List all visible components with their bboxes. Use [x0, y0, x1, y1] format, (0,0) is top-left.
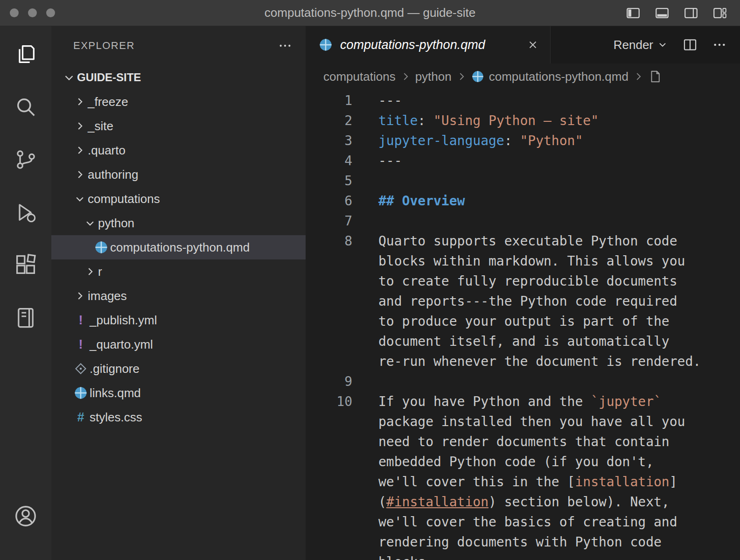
tree-item-authoring[interactable]: authoring: [51, 162, 306, 187]
run-debug-icon: [14, 200, 38, 224]
git-icon: [72, 362, 90, 375]
explorer-title: EXPLORER: [73, 40, 135, 52]
quarto-icon: [72, 386, 90, 400]
yaml-icon: !: [72, 337, 90, 352]
css-icon: #: [72, 410, 90, 425]
chevron-right-icon: [82, 266, 98, 277]
chevron-right-icon: [72, 145, 88, 155]
toggle-primary-sidebar-button[interactable]: [624, 4, 642, 22]
line-number: 7: [306, 211, 352, 231]
code-editor[interactable]: 1 --- 2 title: "Using Python — site" 3 j…: [306, 90, 740, 560]
quarto-icon: [92, 240, 110, 254]
zoom-button[interactable]: [46, 8, 55, 17]
tree-item-gitignore[interactable]: .gitignore: [51, 357, 306, 381]
tree-item-quarto-folder[interactable]: .quarto: [51, 138, 306, 162]
chevron-down-icon: [82, 218, 98, 228]
titlebar: computations-python.qmd — guide-site: [0, 0, 740, 26]
tree-item-links-qmd[interactable]: links.qmd: [51, 381, 306, 405]
split-editor-button[interactable]: [682, 37, 698, 53]
editor-actions: Render: [614, 26, 740, 63]
chevron-right-icon: [72, 97, 88, 107]
explorer-header: EXPLORER: [51, 26, 306, 65]
outline-section-header[interactable]: OUTLINE: [51, 553, 306, 560]
tree-item-site[interactable]: _site: [51, 114, 306, 138]
layout-sidebar-left-icon: [625, 5, 641, 21]
explorer-more-actions-button[interactable]: [278, 38, 293, 53]
chevron-right-icon: [633, 71, 643, 82]
chevron-right-icon: [456, 71, 467, 82]
code-line-6: 6 ## Overview: [306, 191, 740, 211]
layout-customize-icon: [712, 5, 728, 21]
chevron-down-icon: [72, 194, 88, 204]
activitybar-explorer[interactable]: [11, 39, 41, 69]
tree-item-computations[interactable]: computations: [51, 187, 306, 211]
breadcrumb-python[interactable]: python: [415, 70, 452, 84]
breadcrumb-file[interactable]: computations-python.qmd: [489, 70, 628, 84]
tree-item-styles-css[interactable]: # styles.css: [51, 405, 306, 429]
activitybar-notebook[interactable]: [11, 303, 41, 333]
code-line-2: 2 title: "Using Python — site": [306, 111, 740, 131]
quarto-icon: [471, 70, 484, 83]
file-icon: [648, 70, 662, 84]
explorer-sidebar: EXPLORER GUIDE-SITE _freeze _site .quart…: [51, 26, 306, 560]
chevron-down-icon: [657, 39, 668, 50]
notebook-icon: [14, 306, 38, 330]
more-actions-icon: [278, 38, 293, 53]
line-number: 8: [306, 231, 352, 251]
more-actions-icon: [712, 37, 727, 52]
tree-item-python[interactable]: python: [51, 211, 306, 235]
line-number: 5: [306, 171, 352, 191]
line-number: 3: [306, 131, 352, 151]
activitybar-run-debug[interactable]: [11, 197, 41, 227]
line-number: 10: [306, 392, 352, 412]
breadcrumb: computations python computations-python.…: [306, 63, 740, 90]
line-number: 6: [306, 191, 352, 211]
tree-root-guide-site[interactable]: GUIDE-SITE: [51, 65, 306, 90]
toggle-panel-button[interactable]: [653, 4, 671, 22]
toggle-secondary-sidebar-button[interactable]: [682, 4, 700, 22]
code-line-8: 8 Quarto supports executable Python code…: [306, 231, 740, 371]
code-line-4: 4 ---: [306, 151, 740, 171]
render-label: Render: [614, 38, 653, 52]
tree-root-label: GUIDE-SITE: [77, 71, 141, 84]
code-line-5: 5: [306, 171, 740, 191]
close-button[interactable]: [10, 8, 19, 17]
tree-item-freeze[interactable]: _freeze: [51, 90, 306, 114]
tree-item-images[interactable]: images: [51, 284, 306, 308]
tab-bar: computations-python.qmd Render: [306, 26, 740, 63]
chevron-right-icon: [72, 291, 88, 301]
activitybar-account[interactable]: [11, 501, 41, 531]
split-editor-icon: [682, 37, 698, 53]
tab-close-button[interactable]: [527, 39, 539, 51]
tab-computations-python-qmd[interactable]: computations-python.qmd: [306, 26, 551, 63]
code-line-9: 9: [306, 371, 740, 392]
line-number: 4: [306, 151, 352, 171]
customize-layout-button[interactable]: [711, 4, 729, 22]
yaml-icon: !: [72, 313, 90, 328]
layout-sidebar-right-icon: [683, 5, 699, 21]
breadcrumb-computations[interactable]: computations: [323, 70, 396, 84]
vscode-window: computations-python.qmd — guide-site: [0, 0, 740, 560]
tree-item-computations-python-qmd[interactable]: computations-python.qmd: [51, 235, 306, 259]
render-button[interactable]: Render: [614, 38, 668, 52]
editor-more-actions-button[interactable]: [712, 37, 727, 52]
line-number: 2: [306, 111, 352, 131]
chevron-right-icon: [72, 169, 88, 180]
code-line-10: 10 If you have Python and the `jupyter` …: [306, 392, 740, 560]
chevron-right-icon: [72, 121, 88, 131]
tree-item-quarto-yml[interactable]: ! _quarto.yml: [51, 332, 306, 357]
line-number: 1: [306, 91, 352, 111]
files-icon: [14, 42, 38, 66]
activitybar-extensions[interactable]: [11, 250, 41, 280]
line-number: 9: [306, 371, 352, 392]
tree-item-publish-yml[interactable]: ! _publish.yml: [51, 308, 306, 332]
search-icon: [14, 95, 38, 119]
code-line-7: 7: [306, 211, 740, 231]
tree-item-r[interactable]: r: [51, 259, 306, 284]
extensions-icon: [14, 253, 38, 277]
close-icon: [527, 39, 539, 51]
activitybar-source-control[interactable]: [11, 145, 41, 175]
activitybar-search[interactable]: [11, 92, 41, 122]
source-control-icon: [14, 147, 38, 172]
minimize-button[interactable]: [28, 8, 37, 17]
